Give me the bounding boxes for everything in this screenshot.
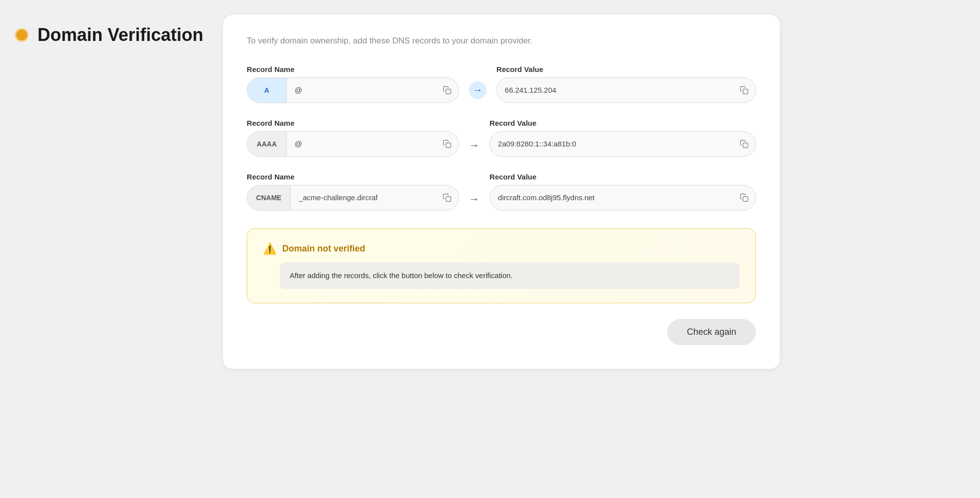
dns-records-list: Record Name A @ → Record Val: [247, 65, 756, 211]
record-value-label-aaaa: Record Value: [490, 119, 756, 127]
arrow-icon-aaaa: →: [469, 139, 480, 157]
clipboard-icon: [443, 140, 452, 148]
card-footer: Check again: [247, 319, 756, 345]
warning-title: Domain not verified: [282, 244, 365, 254]
svg-rect-5: [743, 196, 748, 201]
record-type-aaaa: AAAA: [247, 132, 287, 156]
record-name-label-aaaa: Record Name: [247, 119, 459, 127]
copy-record-value-a-button[interactable]: [733, 86, 755, 95]
clipboard-icon: [740, 140, 749, 148]
clipboard-icon: [443, 193, 452, 202]
warning-header: ⚠️ Domain not verified: [263, 243, 740, 255]
svg-rect-0: [446, 89, 451, 94]
record-value-field-aaaa: 2a09:8280:1::34:a81b:0: [490, 131, 756, 157]
record-name-group-cname: Record Name CNAME _acme-challenge.dircra…: [247, 173, 459, 211]
copy-record-name-cname-button[interactable]: [436, 193, 458, 202]
record-value-group-aaaa: Record Value 2a09:8280:1::34:a81b:0: [490, 119, 756, 157]
table-row: Record Name CNAME _acme-challenge.dircra…: [247, 173, 756, 211]
record-name-group-a: Record Name A @: [247, 65, 459, 103]
record-name-field-a: A @: [247, 77, 459, 103]
svg-rect-3: [743, 142, 748, 147]
record-name-field-aaaa: AAAA @: [247, 131, 459, 157]
domain-not-verified-warning: ⚠️ Domain not verified After adding the …: [247, 228, 756, 304]
svg-rect-4: [446, 196, 451, 201]
record-type-a: A: [247, 78, 287, 103]
clipboard-icon: [740, 86, 749, 95]
record-value-group-cname: Record Value dircraft.com.od8j95.flydns.…: [490, 173, 756, 211]
record-value-a: 66.241.125.204: [497, 86, 733, 94]
record-value-field-cname: dircraft.com.od8j95.flydns.net: [490, 185, 756, 211]
page-title: Domain Verification: [38, 25, 203, 45]
table-row: Record Name A @ → Record Val: [247, 65, 756, 103]
warning-message: After adding the records, click the butt…: [280, 262, 740, 289]
svg-rect-1: [743, 89, 748, 94]
arrow-icon-cname: →: [469, 193, 480, 211]
warning-triangle-icon: ⚠️: [263, 243, 276, 255]
arrow-icon-a: →: [469, 81, 487, 99]
card-description: To verify domain ownership, add these DN…: [247, 35, 756, 47]
record-name-value-cname: _acme-challenge.dircraf: [291, 193, 436, 202]
copy-record-value-aaaa-button[interactable]: [733, 140, 755, 148]
copy-record-name-a-button[interactable]: [436, 86, 458, 95]
record-type-cname: CNAME: [247, 185, 291, 210]
page-title-area: Domain Verification: [15, 15, 203, 45]
svg-rect-2: [446, 142, 451, 147]
table-row: Record Name AAAA @ → Record: [247, 119, 756, 157]
copy-record-name-aaaa-button[interactable]: [436, 140, 458, 148]
record-name-label-a: Record Name: [247, 65, 459, 73]
record-name-value-a: @: [287, 86, 436, 94]
record-value-aaaa: 2a09:8280:1::34:a81b:0: [490, 140, 733, 148]
page-container: Domain Verification To verify domain own…: [15, 15, 780, 369]
record-name-group-aaaa: Record Name AAAA @: [247, 119, 459, 157]
record-name-label-cname: Record Name: [247, 173, 459, 181]
record-value-label-cname: Record Value: [490, 173, 756, 181]
record-value-label-a: Record Value: [496, 65, 756, 73]
status-dot-icon: [15, 28, 29, 42]
check-again-button[interactable]: Check again: [667, 319, 756, 345]
domain-verification-card: To verify domain ownership, add these DN…: [223, 15, 780, 369]
clipboard-icon: [443, 86, 452, 95]
record-value-cname: dircraft.com.od8j95.flydns.net: [490, 193, 733, 202]
record-value-field-a: 66.241.125.204: [496, 77, 756, 103]
record-value-group-a: Record Value 66.241.125.204: [496, 65, 756, 103]
copy-record-value-cname-button[interactable]: [733, 193, 755, 202]
record-name-value-aaaa: @: [287, 140, 436, 148]
record-name-field-cname: CNAME _acme-challenge.dircraf: [247, 185, 459, 211]
clipboard-icon: [740, 193, 749, 202]
